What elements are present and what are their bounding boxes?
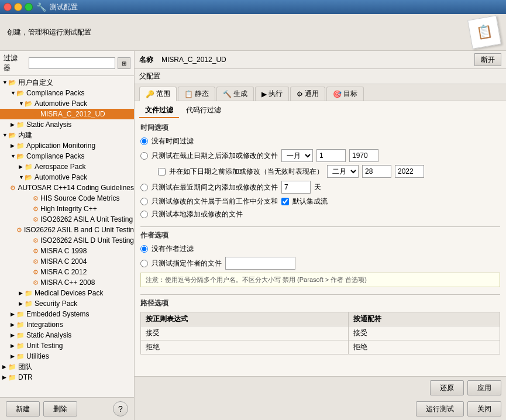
- and-before-checkbox[interactable]: [158, 168, 166, 175]
- tree-item-icon: ⚙: [16, 226, 22, 234]
- tree-item-aerospace-pack[interactable]: ▶📁Aerospace Pack: [0, 161, 134, 172]
- help-button[interactable]: ?: [113, 401, 128, 416]
- tree-item-compliance-packs-1[interactable]: ▼📂Compliance Packs: [0, 88, 134, 98]
- tree-item-compliance-packs-2[interactable]: ▼📂Compliance Packs: [0, 151, 134, 161]
- tree-container[interactable]: ▼📂用户自定义▼📂Compliance Packs▼📂Automotive Pa…: [0, 76, 134, 397]
- tree-item-autosar[interactable]: ⚙AUTOSAR C++14 Coding Guidelines: [0, 183, 134, 193]
- tree-item-misra-c-2012[interactable]: ⚙MISRA C 2012: [0, 267, 134, 277]
- wildcard-accept[interactable]: 接受: [348, 326, 500, 340]
- tree-item-label: Embedded Systems: [26, 310, 89, 318]
- tab-static[interactable]: 📋静态: [178, 87, 215, 101]
- tree-item-label: MISRA C++ 2008: [40, 278, 95, 287]
- author-options-group: 作者选项 没有作者过滤 只测试指定作者的文件 ubuntu 注意：使用逗号分隔多…: [140, 230, 500, 287]
- title-bar: 🔧 测试配置: [0, 0, 506, 14]
- path-options-group: 路径选项 按正则表达式 按通配符 接受 接受: [140, 298, 500, 354]
- restore-button[interactable]: 还原: [430, 380, 464, 395]
- tree-item-app-monitoring[interactable]: ▶📁Application Monitoring: [0, 140, 134, 151]
- tree-item-integrations[interactable]: ▶📁Integrations: [0, 319, 134, 330]
- day-input-2[interactable]: [362, 165, 391, 178]
- tree-item-medical-devices[interactable]: ▶📁Medical Devices Pack: [0, 288, 134, 298]
- tree-item-utilities[interactable]: ▶📁Utilities: [0, 351, 134, 362]
- tree-item-builtin[interactable]: ▼📂内建: [0, 130, 134, 140]
- only-recent-label: 只测试在最近期间之内添加或修改的文件: [152, 183, 278, 192]
- tree-item-icon: ⚙: [33, 205, 39, 213]
- target-tab-label: 目标: [343, 89, 357, 99]
- tree-item-his-source[interactable]: ⚙HIS Source Code Metrics: [0, 193, 134, 204]
- tree-item-iso26262-a[interactable]: ⚙ISO26262 ASIL A Unit Testing: [0, 214, 134, 225]
- default-integration-checkbox[interactable]: [281, 198, 289, 205]
- tree-item-unit-testing[interactable]: ▶📁Unit Testing: [0, 340, 134, 351]
- filter-bar: 过滤器 ⊞: [0, 51, 134, 76]
- only-local-radio[interactable]: [140, 211, 148, 218]
- filter-input[interactable]: [29, 57, 115, 69]
- tree-item-embedded-systems[interactable]: ▶📁Embedded Systems: [0, 309, 134, 319]
- recent-input[interactable]: [281, 181, 311, 194]
- maximize-window-btn[interactable]: [25, 3, 33, 11]
- tree-item-iso26262-b[interactable]: ⚙ISO26262 ASIL B and C Unit Testin: [0, 225, 134, 235]
- tree-arrow: ▼: [2, 132, 8, 138]
- tab-common[interactable]: ⚙通用: [290, 87, 325, 101]
- window-controls[interactable]: [4, 3, 33, 11]
- month-select-2[interactable]: 二月: [327, 165, 359, 178]
- close-button[interactable]: 关闭: [467, 401, 501, 416]
- delete-button[interactable]: 删除: [43, 401, 77, 416]
- run-test-button[interactable]: 运行测试: [416, 401, 464, 416]
- tree-item-team[interactable]: ▶📁团队: [0, 362, 134, 372]
- no-author-radio[interactable]: [140, 245, 148, 253]
- tree-item-misra-c-1998[interactable]: ⚙MISRA C 1998: [0, 246, 134, 256]
- tree-item-static-analysis-1[interactable]: ▶📁Static Analysis: [0, 119, 134, 130]
- tree-item-dtr[interactable]: ▶📁DTR: [0, 372, 134, 383]
- tree-item-automotive-pack-2[interactable]: ▼📂Automotive Pack: [0, 172, 134, 183]
- new-button[interactable]: 新建: [6, 401, 40, 416]
- only-modified-radio[interactable]: [140, 198, 148, 205]
- logo-area: 📋: [470, 18, 499, 47]
- apply-button[interactable]: 应用: [467, 380, 501, 395]
- year-input-2[interactable]: [395, 165, 424, 178]
- minimize-window-btn[interactable]: [14, 3, 22, 11]
- tree-item-icon: ⚙: [33, 195, 39, 202]
- tree-item-misra-c-2012-ud[interactable]: ⚙MISRA_C_2012_UD: [0, 109, 134, 119]
- content-area: 过滤器 ⊞ ▼📂用户自定义▼📂Compliance Packs▼📂Automot…: [0, 51, 506, 420]
- tab-execute[interactable]: ▶执行: [255, 87, 289, 101]
- tree-item-security-pack[interactable]: ▶📁Security Pack: [0, 298, 134, 309]
- sub-tab-code-filter[interactable]: 代码行过滤: [180, 104, 227, 118]
- tree-item-high-integrity[interactable]: ⚙High Integrity C++: [0, 204, 134, 214]
- only-modified-label: 只测试修改的文件属于当前工作中分支和: [152, 197, 278, 206]
- tree-item-label: ISO26262 ASIL D Unit Testing: [40, 236, 134, 245]
- filter-columns-btn[interactable]: ⊞: [118, 57, 130, 69]
- tree-item-label: AUTOSAR C++14 Coding Guidelines: [18, 184, 134, 192]
- wildcard-reject[interactable]: 拒绝: [348, 340, 500, 354]
- tree-item-user-defined[interactable]: ▼📂用户自定义: [0, 77, 134, 88]
- tree-item-iso26262-d[interactable]: ⚙ISO26262 ASIL D Unit Testing: [0, 235, 134, 246]
- bottom-left-buttons: 新建 删除: [6, 401, 77, 416]
- sub-tab-file-filter[interactable]: 文件过滤: [139, 104, 179, 118]
- tree-item-automotive-pack-1[interactable]: ▼📂Automotive Pack: [0, 98, 134, 109]
- month-select-1[interactable]: 一月: [281, 149, 313, 162]
- author-input[interactable]: ubuntu: [225, 257, 295, 270]
- tab-generate[interactable]: 🔨生成: [216, 87, 254, 101]
- day-input-1[interactable]: [316, 149, 346, 162]
- tab-scope[interactable]: 🔑范围: [139, 87, 177, 101]
- tree-arrow: ▼: [2, 80, 8, 85]
- tree-item-static-analysis-2[interactable]: ▶📁Static Analysis: [0, 330, 134, 340]
- tree-item-icon: ⚙: [10, 184, 16, 192]
- tree-item-misra-cpp-2008[interactable]: ⚙MISRA C++ 2008: [0, 277, 134, 288]
- time-options-group: 时间选项 没有时间过滤 只测试在截止日期之后添加或修改的文件 一月: [140, 123, 500, 219]
- only-author-radio[interactable]: [140, 260, 148, 267]
- tree-item-label: MISRA C 1998: [40, 247, 87, 255]
- tree-item-misra-c-2004[interactable]: ⚙MISRA C 2004: [0, 256, 134, 267]
- name-bar: 名称 MISRA_C_2012_UD 断开: [135, 51, 506, 69]
- disconnect-button[interactable]: 断开: [474, 53, 501, 66]
- tree-item-label: Static Analysis: [26, 121, 71, 129]
- close-window-btn[interactable]: [4, 3, 12, 11]
- only-after-radio[interactable]: [140, 152, 148, 160]
- regex-reject[interactable]: 拒绝: [141, 340, 349, 354]
- tab-target[interactable]: 🎯目标: [326, 87, 364, 101]
- tree-arrow: ▶: [19, 164, 25, 170]
- only-recent-radio[interactable]: [140, 184, 148, 191]
- no-time-filter-radio[interactable]: [140, 137, 148, 145]
- year-input-1[interactable]: [349, 149, 378, 162]
- tree-item-icon: 📂: [16, 153, 25, 160]
- tree-item-label: 内建: [18, 130, 32, 140]
- regex-accept[interactable]: 接受: [141, 326, 349, 340]
